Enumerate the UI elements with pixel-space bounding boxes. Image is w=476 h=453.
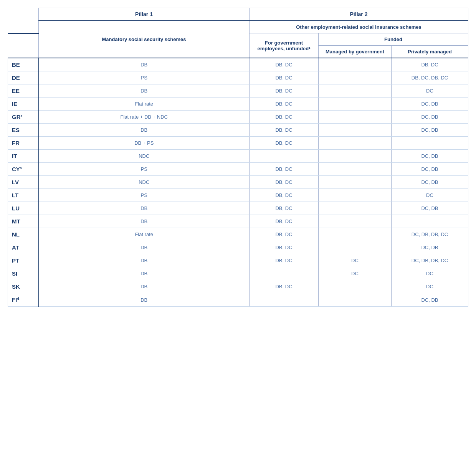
col2-cell xyxy=(250,267,319,280)
col2-cell xyxy=(250,150,319,163)
country-cell: NL xyxy=(8,228,39,241)
sub3-header: Managed by government xyxy=(319,46,392,58)
col2-cell xyxy=(250,293,319,307)
col3-cell: DC xyxy=(319,254,392,267)
col3-cell xyxy=(319,280,392,293)
table-row: ATDBDB, DCDC, DB xyxy=(8,241,468,254)
col2-cell: DB, DC xyxy=(250,202,319,215)
funded-header: Funded xyxy=(319,33,468,46)
col3-cell xyxy=(319,98,392,111)
col2-cell: DB, DC xyxy=(250,137,319,150)
country-cell: FR xyxy=(8,137,39,150)
col4-cell: DC xyxy=(392,84,468,98)
col1-cell: Flat rate + DB + NDC xyxy=(39,111,250,124)
col2-cell: DB, DC xyxy=(250,176,319,189)
col4-cell: DC xyxy=(392,189,468,202)
country-cell: FI⁴ xyxy=(8,293,39,307)
table-row: BEDBDB, DCDB, DC xyxy=(8,58,468,71)
table-row: IEFlat rateDB, DCDC, DB xyxy=(8,98,468,111)
col4-cell: DC xyxy=(392,280,468,293)
col4-cell: DC, DB xyxy=(392,293,468,307)
col2-cell: DB, DC xyxy=(250,111,319,124)
table-row: NLFlat rateDB, DCDC, DB, DB, DC xyxy=(8,228,468,241)
col1-cell: DB xyxy=(39,202,250,215)
country-cell: LU xyxy=(8,202,39,215)
col4-cell: DB, DC, DB, DC xyxy=(392,71,468,84)
col3-cell xyxy=(319,215,392,228)
country-cell: PT xyxy=(8,254,39,267)
table-row: FI⁴DBDC, DB xyxy=(8,293,468,307)
col4-cell: DC, DB xyxy=(392,111,468,124)
country-cell: IE xyxy=(8,98,39,111)
col1-cell: DB xyxy=(39,241,250,254)
col4-cell: DC, DB, DB, DC xyxy=(392,254,468,267)
table-row: DEPSDB, DCDB, DC, DB, DC xyxy=(8,71,468,84)
col3-cell xyxy=(319,111,392,124)
country-cell: CY³ xyxy=(8,163,39,176)
col2-main-header: Other employment-related social insuranc… xyxy=(250,21,468,33)
col2-cell: DB, DC xyxy=(250,124,319,137)
empty-corner3 xyxy=(8,33,39,46)
col1-main-header: Mandatory social security schemes xyxy=(39,21,250,58)
col2-cell: DB, DC xyxy=(250,228,319,241)
col4-cell: DB, DC xyxy=(392,58,468,71)
col3-cell xyxy=(319,228,392,241)
col2-cell: DB, DC xyxy=(250,254,319,267)
col4-cell: DC, DB xyxy=(392,202,468,215)
col1-cell: NDC xyxy=(39,150,250,163)
col2-cell: DB, DC xyxy=(250,84,319,98)
country-cell: LT xyxy=(8,189,39,202)
col1-cell: PS xyxy=(39,163,250,176)
sub2-header: For government employees, unfunded¹ xyxy=(250,33,319,58)
col4-cell: DC, DB xyxy=(392,176,468,189)
country-cell: AT xyxy=(8,241,39,254)
col1-cell: DB xyxy=(39,215,250,228)
col2-cell: DB, DC xyxy=(250,163,319,176)
table-row: GR²Flat rate + DB + NDCDB, DCDC, DB xyxy=(8,111,468,124)
table-row: LUDBDB, DCDC, DB xyxy=(8,202,468,215)
country-cell: LV xyxy=(8,176,39,189)
table-row: ESDBDB, DCDC, DB xyxy=(8,124,468,137)
col2-cell: DB, DC xyxy=(250,241,319,254)
col2-cell: DB, DC xyxy=(250,189,319,202)
col1-cell: DB xyxy=(39,124,250,137)
table-row: FRDB + PSDB, DC xyxy=(8,137,468,150)
country-cell: ES xyxy=(8,124,39,137)
col1-cell: DB xyxy=(39,267,250,280)
col1-cell: DB xyxy=(39,293,250,307)
col4-cell xyxy=(392,215,468,228)
col2-cell: DB, DC xyxy=(250,58,319,71)
col1-cell: DB + PS xyxy=(39,137,250,150)
col2-cell: DB, DC xyxy=(250,215,319,228)
col1-cell: DB xyxy=(39,280,250,293)
col1-cell: PS xyxy=(39,189,250,202)
col4-cell: DC, DB xyxy=(392,241,468,254)
main-table-container: Pillar 1 Pillar 2 Mandatory social secur… xyxy=(8,8,468,307)
col3-cell xyxy=(319,71,392,84)
col4-cell: DC, DB xyxy=(392,124,468,137)
col3-cell xyxy=(319,150,392,163)
col3-cell xyxy=(319,137,392,150)
col1-cell: PS xyxy=(39,71,250,84)
col3-cell xyxy=(319,124,392,137)
table-row: MTDBDB, DC xyxy=(8,215,468,228)
table-row: EEDBDB, DCDC xyxy=(8,84,468,98)
country-cell: MT xyxy=(8,215,39,228)
col2-cell: DB, DC xyxy=(250,71,319,84)
empty-corner2 xyxy=(8,21,39,33)
sub2-label: For government employees, unfunded¹ xyxy=(258,40,311,51)
pillar1-header: Pillar 1 xyxy=(39,8,250,21)
col1-cell: Flat rate xyxy=(39,228,250,241)
table-row: SIDBDCDC xyxy=(8,267,468,280)
col3-cell: DC xyxy=(319,267,392,280)
table-row: SKDBDB, DCDC xyxy=(8,280,468,293)
col4-cell: DC xyxy=(392,267,468,280)
country-cell: SK xyxy=(8,280,39,293)
pillar2-header: Pillar 2 xyxy=(250,8,468,21)
col3-cell xyxy=(319,176,392,189)
col3-cell xyxy=(319,58,392,71)
col1-cell: DB xyxy=(39,254,250,267)
table-row: PTDBDB, DCDCDC, DB, DB, DC xyxy=(8,254,468,267)
col1-cell: DB xyxy=(39,84,250,98)
sub4-header: Privately managed xyxy=(392,46,468,58)
